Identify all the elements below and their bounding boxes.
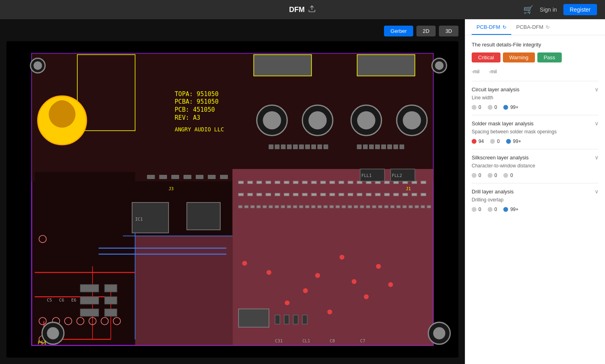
drill-layer-header[interactable]: Drill layer analysis ∨ bbox=[472, 188, 599, 195]
svg-rect-172 bbox=[105, 309, 117, 316]
svg-rect-123 bbox=[421, 193, 426, 196]
solder-mask-title: Solder mask layer analysis bbox=[472, 121, 534, 127]
warning-button[interactable]: Warning bbox=[503, 52, 535, 62]
svg-text:FLL2: FLL2 bbox=[392, 173, 402, 178]
svg-rect-126 bbox=[251, 205, 254, 208]
circuit-count-2: 99+ bbox=[503, 105, 518, 110]
drill-count-2: 99+ bbox=[503, 207, 518, 212]
solder-count-0: 94 bbox=[472, 139, 484, 144]
svg-point-79 bbox=[435, 61, 443, 70]
tab-pcba-dfm[interactable]: PCBA-DFM ↻ bbox=[511, 19, 555, 35]
svg-rect-169 bbox=[80, 309, 99, 316]
svg-rect-104 bbox=[247, 193, 252, 196]
svg-rect-96 bbox=[366, 181, 371, 183]
drill-dot-2 bbox=[503, 207, 508, 212]
pass-button[interactable]: Pass bbox=[537, 52, 562, 62]
svg-rect-60 bbox=[172, 175, 179, 179]
silkscreen-header[interactable]: Silkscreen layer analysis ∨ bbox=[472, 154, 599, 161]
circuit-layer-header[interactable]: Circuit layer analysis ∨ bbox=[472, 86, 599, 93]
silkscreen-section: Silkscreen layer analysis ∨ Character-to… bbox=[472, 149, 599, 183]
svg-text:CL1: CL1 bbox=[302, 338, 310, 344]
3d-button[interactable]: 3D bbox=[439, 26, 458, 36]
svg-text:E6: E6 bbox=[71, 298, 76, 303]
svg-rect-139 bbox=[330, 205, 334, 208]
solder-dot-2 bbox=[506, 139, 511, 144]
svg-rect-107 bbox=[275, 193, 280, 196]
circuit-dot-1 bbox=[488, 105, 492, 110]
solder-mask-header[interactable]: Solder mask layer analysis ∨ bbox=[472, 120, 599, 127]
svg-rect-95 bbox=[357, 181, 362, 183]
svg-rect-10 bbox=[357, 54, 415, 76]
svg-point-161 bbox=[285, 300, 289, 305]
solder-val-0: 94 bbox=[478, 139, 484, 144]
drill-layer-counts: 0 0 99+ bbox=[472, 207, 599, 212]
circuit-dot-0 bbox=[472, 105, 476, 110]
svg-rect-59 bbox=[159, 175, 167, 179]
circuit-val-1: 0 bbox=[494, 105, 497, 110]
register-button[interactable]: Register bbox=[563, 4, 597, 15]
svg-rect-129 bbox=[269, 205, 273, 208]
svg-text:C31: C31 bbox=[275, 338, 283, 344]
svg-point-160 bbox=[376, 264, 381, 269]
silk-dot-2 bbox=[503, 173, 508, 178]
tab-pcb-dfm[interactable]: PCB-DFM ↻ bbox=[472, 19, 511, 35]
svg-rect-147 bbox=[378, 205, 382, 208]
svg-rect-171 bbox=[105, 297, 117, 304]
svg-rect-128 bbox=[263, 205, 266, 208]
svg-rect-63 bbox=[208, 175, 215, 179]
silkscreen-subtitle: Character-to-window distance bbox=[472, 163, 599, 169]
cart-icon[interactable]: 🛒 bbox=[523, 5, 533, 14]
svg-rect-115 bbox=[348, 193, 353, 196]
svg-rect-168 bbox=[80, 297, 99, 304]
svg-rect-111 bbox=[312, 193, 316, 196]
svg-rect-82 bbox=[239, 181, 243, 183]
silk-count-1: 0 bbox=[488, 173, 497, 178]
svg-rect-62 bbox=[196, 175, 203, 179]
sign-in-button[interactable]: Sign in bbox=[540, 6, 557, 13]
svg-rect-117 bbox=[366, 193, 371, 196]
svg-rect-152 bbox=[409, 205, 412, 208]
gerber-button[interactable]: Gerber bbox=[384, 26, 413, 36]
svg-rect-88 bbox=[293, 181, 298, 183]
svg-rect-93 bbox=[339, 181, 344, 183]
svg-rect-27 bbox=[318, 145, 322, 149]
pcb-dfm-label: PCB-DFM bbox=[476, 24, 500, 30]
silk-count-0: 0 bbox=[472, 173, 481, 178]
svg-text:REV: A3: REV: A3 bbox=[175, 114, 200, 121]
main-layout: Gerber 2D 3D bbox=[0, 19, 605, 364]
svg-rect-23 bbox=[293, 145, 297, 149]
solder-val-1: 0 bbox=[497, 139, 500, 144]
circuit-layer-subtitle: Line width bbox=[472, 95, 599, 101]
svg-rect-138 bbox=[324, 205, 327, 208]
mil-item-1: -mil bbox=[472, 69, 479, 74]
pcb-area: Gerber 2D 3D bbox=[0, 19, 465, 364]
solder-dot-1 bbox=[490, 139, 495, 144]
svg-rect-84 bbox=[257, 181, 261, 183]
svg-rect-151 bbox=[403, 205, 406, 208]
svg-text:ANGRY AUDIO LLC: ANGRY AUDIO LLC bbox=[175, 126, 224, 133]
solder-mask-section: Solder mask layer analysis ∨ Spacing bet… bbox=[472, 115, 599, 149]
solder-count-2: 99+ bbox=[506, 139, 521, 144]
top-nav: DFM 🛒 Sign in Register bbox=[0, 0, 605, 19]
svg-rect-149 bbox=[391, 205, 394, 208]
drill-layer-section: Drill layer analysis ∨ Drilling overlap … bbox=[472, 183, 599, 217]
critical-button[interactable]: Critical bbox=[472, 52, 500, 62]
upload-icon[interactable] bbox=[308, 5, 316, 14]
svg-rect-118 bbox=[376, 193, 380, 196]
svg-point-165 bbox=[242, 261, 247, 265]
svg-rect-25 bbox=[306, 145, 310, 149]
svg-rect-121 bbox=[403, 193, 408, 196]
svg-rect-146 bbox=[372, 205, 376, 208]
svg-rect-135 bbox=[306, 205, 309, 208]
svg-rect-97 bbox=[376, 181, 380, 183]
pcb-canvas[interactable]: TOPA: 951050 PCBA: 951050 PCB: 451050 RE… bbox=[6, 41, 458, 358]
2d-button[interactable]: 2D bbox=[416, 26, 436, 36]
svg-point-157 bbox=[340, 255, 344, 259]
drill-val-0: 0 bbox=[478, 207, 481, 212]
svg-rect-91 bbox=[321, 181, 326, 183]
silk-val-0: 0 bbox=[478, 173, 481, 178]
svg-rect-21 bbox=[281, 145, 285, 149]
svg-rect-131 bbox=[281, 205, 285, 208]
circuit-count-1: 0 bbox=[488, 105, 497, 110]
svg-point-81 bbox=[34, 61, 42, 70]
